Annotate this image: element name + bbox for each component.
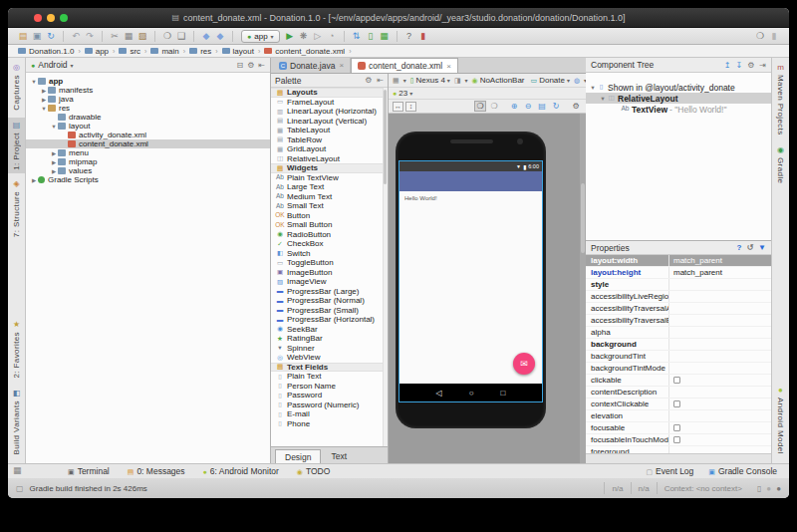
help-icon[interactable]: ?: [736, 243, 741, 252]
palette-item[interactable]: ▦ TableLayout: [271, 126, 388, 135]
editor-mode-tab[interactable]: Text: [321, 449, 357, 463]
palette-item[interactable]: ✓ CheckBox: [271, 239, 388, 249]
tool-window-tab[interactable]: ★ 2: Favorites: [8, 317, 25, 383]
tool-window-switcher-icon[interactable]: ▦: [13, 465, 22, 475]
tool-window-tab[interactable]: ◈ 7: Structure: [8, 176, 25, 241]
property-row[interactable]: backgroundTintMode: [586, 363, 771, 375]
tree-row[interactable]: ▶ Gradle Scripts: [26, 175, 270, 184]
expand-arrow[interactable]: ▼: [50, 124, 58, 130]
close-window-button[interactable]: [34, 14, 42, 22]
palette-item[interactable]: ▯ Password: [271, 391, 388, 400]
property-value[interactable]: match_parent: [669, 255, 771, 266]
home-nav-icon[interactable]: ○: [469, 389, 474, 398]
hide-panel-icon[interactable]: ⇤: [258, 61, 265, 70]
palette-item[interactable]: ▥ LinearLayout (Horizontal): [271, 107, 388, 117]
palette-scrollbar[interactable]: [383, 88, 388, 446]
back-icon[interactable]: ◆: [199, 30, 213, 43]
layout-canvas[interactable]: ▼ ▮ 6:00 Hello World! ✉ ◁: [389, 114, 586, 463]
redo-icon[interactable]: ↷: [83, 30, 97, 43]
tool-window-tab[interactable]: ◧ Build Variants: [8, 386, 25, 458]
content-area[interactable]: Hello World! ✉: [399, 191, 542, 384]
recents-nav-icon[interactable]: □: [501, 389, 506, 398]
property-value[interactable]: [669, 375, 771, 386]
hello-world-textview[interactable]: Hello World!: [404, 195, 437, 201]
palette-item[interactable]: ▤ Text Fields: [271, 363, 388, 373]
palette-item[interactable]: ◉ SeekBar: [271, 325, 388, 335]
checkbox[interactable]: [673, 424, 680, 431]
tool-window-tab[interactable]: ▤ 1: Project: [8, 118, 25, 174]
debug-icon[interactable]: ❋: [297, 30, 311, 43]
property-value[interactable]: [669, 303, 771, 314]
property-row[interactable]: elevation: [586, 410, 771, 422]
profile-icon[interactable]: ◔: [325, 30, 339, 43]
fab-button[interactable]: ✉: [513, 353, 535, 375]
tool-window-button[interactable]: ▤ 0: Messages: [128, 466, 185, 476]
palette-item[interactable]: ▬ ProgressBar (Small): [271, 306, 388, 316]
palette-item[interactable]: ▦ GridLayout: [271, 144, 388, 154]
breadcrumb-item[interactable]: content_donate.xml: [264, 47, 345, 56]
toolbar-icon[interactable]: [392, 31, 398, 42]
toolbar-icon[interactable]: [149, 31, 155, 42]
palette-item[interactable]: ★ RatingBar: [271, 334, 388, 344]
settings-icon[interactable]: ⚙: [570, 101, 582, 112]
tool-window-button[interactable]: ▢ Event Log: [646, 466, 693, 476]
avd-manager-icon[interactable]: ▯: [364, 30, 378, 43]
property-row[interactable]: accessibilityTraversalBe: [586, 315, 771, 327]
breadcrumb-item[interactable]: src: [119, 47, 140, 56]
hide-panel-icon[interactable]: ⇤: [377, 76, 384, 85]
toolbar-icon[interactable]: [97, 31, 103, 42]
sync-icon[interactable]: ↻: [44, 30, 58, 43]
forward-icon[interactable]: ◆: [213, 30, 227, 43]
sdk-manager-icon[interactable]: ▦: [378, 30, 392, 43]
checkbox[interactable]: [673, 377, 680, 384]
property-value[interactable]: [669, 315, 771, 326]
breadcrumb-item[interactable]: res: [189, 47, 211, 56]
scrollbar-thumb[interactable]: [581, 183, 585, 253]
expand-arrow[interactable]: ▶: [50, 168, 58, 174]
property-value[interactable]: [669, 351, 771, 362]
property-value[interactable]: [669, 327, 771, 338]
editor-tab[interactable]: content_donate.xml ×: [351, 58, 458, 73]
expand-arrow[interactable]: ▼: [40, 106, 48, 112]
property-row[interactable]: layout:height match_parent: [586, 267, 771, 279]
close-icon[interactable]: ×: [446, 62, 451, 71]
palette-item[interactable]: OK Small Button: [271, 220, 388, 230]
search-everywhere-icon[interactable]: ❍: [753, 30, 767, 43]
property-value[interactable]: [669, 339, 771, 350]
zoom-out-icon[interactable]: ❍: [488, 101, 500, 112]
run-coverage-icon[interactable]: ▷: [311, 30, 325, 43]
expand-arrow[interactable]: ▶: [40, 97, 48, 103]
memory-indicator-icon[interactable]: ●: [776, 484, 781, 493]
palette-item[interactable]: ▯ E-mail: [271, 409, 388, 419]
back-nav-icon[interactable]: ◁: [436, 389, 442, 398]
orientation-selector[interactable]: ◨ ▾: [454, 77, 468, 84]
tool-window-tab[interactable]: ◉ Gradle: [772, 142, 789, 187]
property-value[interactable]: [669, 410, 771, 421]
palette-item[interactable]: ◎ WebView: [271, 353, 388, 363]
run-configuration-selector[interactable]: ● app ▾: [241, 30, 280, 43]
run-icon[interactable]: ▶: [283, 30, 297, 43]
property-value[interactable]: [669, 279, 771, 290]
property-row[interactable]: alpha: [586, 327, 771, 339]
tool-window-tab[interactable]: ◎ Captures: [8, 60, 25, 115]
palette-item[interactable]: ▾ Spinner: [271, 344, 388, 354]
palette-item[interactable]: ▭ ToggleButton: [271, 258, 388, 268]
collapse-all-icon[interactable]: ⊟: [236, 61, 243, 70]
tree-row[interactable]: ▶ mipmap: [26, 157, 270, 166]
palette-item[interactable]: ◫ RelativeLayout: [271, 154, 388, 164]
zoom-fit-icon[interactable]: ⊖: [522, 101, 534, 112]
project-view-selector[interactable]: Android: [38, 60, 67, 70]
device-selector[interactable]: ▯ Nexus 4 ▾: [410, 76, 450, 85]
property-row[interactable]: clickable: [586, 375, 771, 387]
save-icon[interactable]: ▣: [30, 30, 44, 43]
toolbar-icon[interactable]: [227, 31, 233, 42]
expand-all-icon[interactable]: ↥: [724, 61, 731, 70]
palette-item[interactable]: ▬ ProgressBar (Horizontal): [271, 315, 388, 325]
checkbox[interactable]: [673, 400, 680, 407]
activity-selector[interactable]: ▭ Donate ▾: [531, 76, 570, 85]
paste-icon[interactable]: ▨: [135, 30, 149, 43]
tool-window-tab[interactable]: ● Android Model: [772, 383, 789, 458]
tree-row[interactable]: ▶ menu: [26, 148, 270, 157]
tree-row[interactable]: ▼ res: [26, 104, 270, 113]
property-row[interactable]: style: [586, 279, 771, 291]
